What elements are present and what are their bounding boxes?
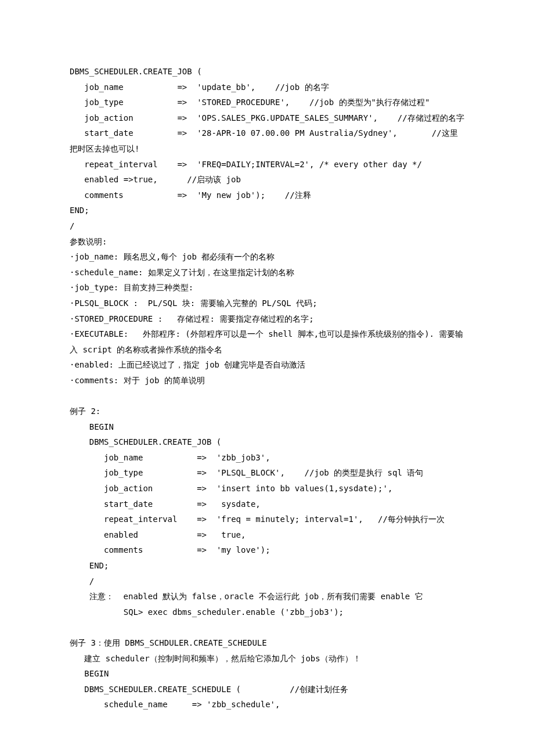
code-line: /: [70, 218, 464, 234]
document-page: DBMS_SCHEDULER.CREATE_JOB ( job_name => …: [0, 0, 534, 747]
code-line: enabled =>true, //启动该 job: [70, 172, 464, 188]
code-line: start_date => '28-APR-10 07.00.00 PM Aus…: [70, 125, 464, 156]
code-line: DBMS_SCHEDULER.CREATE_SCHEDULE ( //创建计划任…: [70, 682, 464, 697]
code-line: BEGIN: [70, 666, 464, 682]
code-line: job_action => 'insert into bb values(1,s…: [70, 481, 464, 496]
code-line: start_date => sysdate,: [70, 496, 464, 512]
code-line: 例子 2:: [70, 404, 464, 419]
code-line: job_name => 'update_bb', //job 的名字: [70, 80, 464, 95]
code-line: ·enabled: 上面已经说过了，指定 job 创建完毕是否自动激活: [70, 357, 464, 373]
code-line: [70, 388, 464, 404]
code-line: END;: [70, 558, 464, 574]
code-line: END;: [70, 203, 464, 218]
code-line: /: [70, 574, 464, 589]
code-line: ·job_name: 顾名思义,每个 job 都必须有一个的名称: [70, 249, 464, 265]
code-line: enabled => true,: [70, 527, 464, 543]
code-line: repeat_interval => 'FREQ=DAILY;INTERVAL=…: [70, 157, 464, 172]
code-line: ·EXECUTABLE: 外部程序: (外部程序可以是一个 shell 脚本,也…: [70, 326, 464, 357]
code-line: schedule_name => 'zbb_schedule',: [70, 697, 464, 712]
code-line: 参数说明:: [70, 234, 464, 250]
code-line: job_action => 'OPS.SALES_PKG.UPDATE_SALE…: [70, 110, 464, 126]
code-line: DBMS_SCHEDULER.CREATE_JOB (: [70, 64, 464, 80]
code-line: comments => 'My new job'); //注释: [70, 188, 464, 203]
code-line: ·schedule_name: 如果定义了计划，在这里指定计划的名称: [70, 265, 464, 280]
code-line: repeat_interval => 'freq = minutely; int…: [70, 512, 464, 527]
code-line: DBMS_SCHEDULER.CREATE_JOB (: [70, 434, 464, 450]
code-line: job_type => 'STORED_PROCEDURE', //job 的类…: [70, 95, 464, 110]
code-line: 注意： enabled 默认为 false，oracle 不会运行此 job，所…: [70, 589, 464, 604]
code-line: ·PLSQL_BLOCK : PL/SQL 块: 需要输入完整的 PL/SQL …: [70, 296, 464, 311]
code-line: 建立 scheduler（控制时间和频率），然后给它添加几个 jobs（动作）！: [70, 651, 464, 667]
code-line: 例子 3：使用 DBMS_SCHDULER.CREATE_SCHEDULE: [70, 635, 464, 651]
code-line: [70, 620, 464, 635]
code-line: SQL> exec dbms_scheduler.enable ('zbb_jo…: [70, 604, 464, 620]
code-line: job_name => 'zbb_job3',: [70, 450, 464, 466]
code-line: job_type => 'PLSQL_BLOCK', //job 的类型是执行 …: [70, 465, 464, 481]
code-line: comments => 'my love');: [70, 542, 464, 558]
code-line: ·STORED_PROCEDURE : 存储过程: 需要指定存储过程的名字;: [70, 311, 464, 327]
code-line: ·comments: 对于 job 的简单说明: [70, 373, 464, 388]
code-line: ·job_type: 目前支持三种类型:: [70, 280, 464, 296]
code-line: BEGIN: [70, 419, 464, 435]
